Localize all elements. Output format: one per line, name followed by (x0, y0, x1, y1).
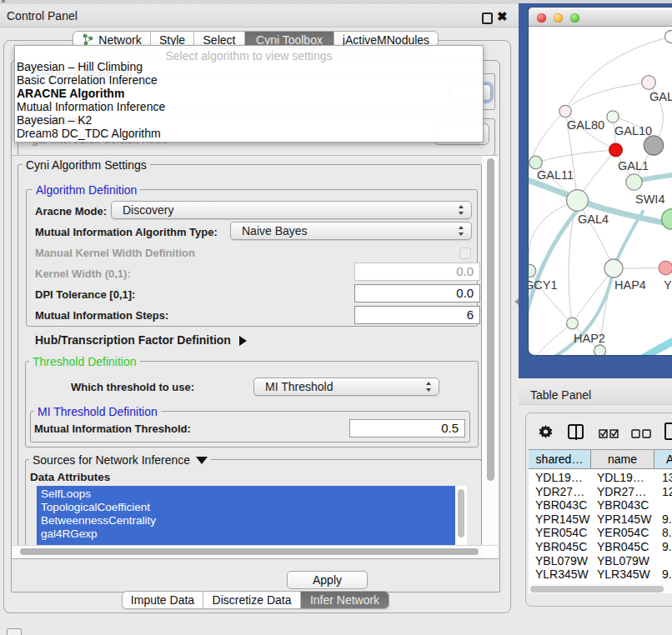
svg-text:GAL4: GAL4 (578, 212, 609, 226)
svg-text:GAL7: GAL7 (649, 90, 672, 103)
svg-text:GCY1: GCY1 (529, 278, 558, 292)
svg-text:HAP2: HAP2 (574, 332, 605, 345)
svg-text:GAL11: GAL11 (537, 168, 574, 182)
svg-text:GAL10: GAL10 (614, 124, 652, 138)
svg-text:HAP4: HAP4 (614, 278, 646, 292)
svg-text:YM: YM (664, 278, 672, 292)
svg-text:SWI4: SWI4 (635, 192, 664, 206)
svg-text:GAL1: GAL1 (618, 159, 649, 172)
svg-text:GAL80: GAL80 (567, 118, 604, 132)
